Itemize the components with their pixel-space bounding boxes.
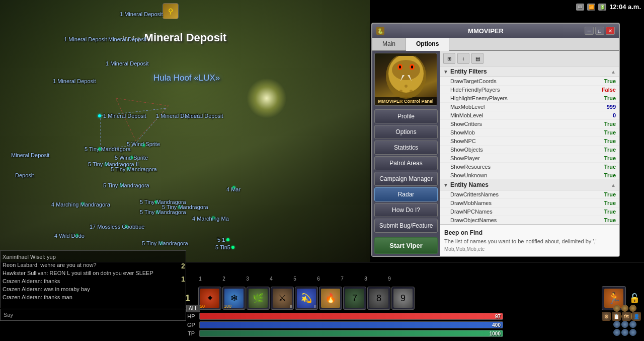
- menu-icon[interactable]: 📋: [612, 312, 621, 321]
- opt-value: False: [591, 87, 616, 93]
- opt-value: 999: [591, 104, 616, 110]
- nav-patrol-btn[interactable]: Patrol Areas: [374, 156, 438, 170]
- option-show-player[interactable]: ShowPlayer True: [440, 154, 619, 163]
- option-show-unknown[interactable]: ShowUnknown True: [440, 171, 619, 180]
- map-label: 5 Tiny Mandragora: [111, 166, 157, 172]
- svg-point-20: [410, 100, 413, 103]
- map-label: 5 Tin5: [215, 244, 230, 250]
- chat-input[interactable]: [15, 312, 183, 318]
- option-show-critters[interactable]: ShowCritters True: [440, 120, 619, 128]
- skill-icon[interactable]: [613, 305, 620, 312]
- skill-icon[interactable]: [621, 329, 628, 336]
- restore-button[interactable]: □: [595, 27, 604, 35]
- slot-icon: ⚔: [273, 289, 292, 308]
- option-draw-mob-names[interactable]: DrawMobNames True: [440, 199, 619, 208]
- player-level-indicator: 1: [185, 293, 195, 304]
- lock-icon[interactable]: 🔓: [629, 293, 640, 304]
- opt-name: MaxMobLevel: [450, 104, 591, 110]
- opt-name: ShowResources: [450, 164, 591, 170]
- minimap-icon[interactable]: ⚲: [163, 3, 179, 19]
- map-label: 5 Tiny Mandragora: [140, 209, 186, 215]
- option-show-npc[interactable]: ShowNPC True: [440, 137, 619, 146]
- entity-names-header[interactable]: ▼ Entity Names ▲: [440, 180, 619, 190]
- gp-bar-container: GP 400: [186, 321, 503, 328]
- start-viper-button[interactable]: Start Viper: [374, 237, 438, 254]
- level-num: 1: [181, 275, 185, 283]
- opt-value: True: [591, 147, 616, 153]
- tab-options[interactable]: Options: [406, 38, 449, 51]
- skill-icon[interactable]: [613, 321, 620, 328]
- skill-icon[interactable]: [613, 329, 620, 336]
- beep-title: Beep on Find: [444, 229, 615, 236]
- opt-value: True: [591, 209, 616, 215]
- all-container: ALL: [186, 305, 200, 312]
- app-logo-icon: 🐍: [376, 27, 384, 35]
- nav-options-btn[interactable]: Options: [374, 125, 438, 139]
- tp-label: TP: [186, 330, 196, 336]
- collapse-icon-right: ▲: [611, 69, 616, 75]
- level-num: 2: [181, 262, 185, 270]
- option-max-mob[interactable]: MaxMobLevel 999: [440, 103, 619, 111]
- skill-icon[interactable]: [629, 321, 636, 328]
- map-label: 17 Mossless Goobbue: [90, 224, 144, 230]
- skill-icon[interactable]: [621, 305, 628, 312]
- opt-name: HighlightEnemyPlayers: [450, 95, 591, 101]
- option-show-objects[interactable]: ShowObjects True: [440, 146, 619, 154]
- option-min-mob[interactable]: MinMobLevel 0: [440, 111, 619, 120]
- opt-value: True: [591, 155, 616, 161]
- svg-point-17: [410, 90, 413, 93]
- option-hide-friendly[interactable]: HideFriendlyPlayers False: [440, 86, 619, 94]
- map-label: Mineral Deposit: [11, 152, 49, 158]
- gp-fill: [200, 322, 503, 328]
- map-label: Deposit: [15, 172, 34, 178]
- nav-radar-btn[interactable]: Radar: [374, 187, 438, 201]
- nav-profile-btn[interactable]: Profile: [374, 109, 438, 123]
- skill-icon[interactable]: [629, 329, 636, 336]
- map-label: 5 Wind Sprite: [127, 141, 160, 147]
- close-button[interactable]: ✕: [606, 27, 615, 35]
- menu-icon[interactable]: ⚙: [602, 312, 611, 321]
- option-highlight-enemy[interactable]: HighlightEnemyPlayers True: [440, 94, 619, 103]
- beep-example: Mob,Mob,Mob,etc: [444, 246, 615, 252]
- option-draw-critters-names[interactable]: DrawCrittersNames True: [440, 190, 619, 199]
- gp-value: 400: [492, 322, 501, 328]
- option-draw-object-names[interactable]: DrawObjectNames True: [440, 216, 619, 224]
- toolbar-grid-btn[interactable]: ⊞: [443, 53, 455, 64]
- option-draw-npc-names[interactable]: DrawNPCNames True: [440, 208, 619, 216]
- deposit-title: Mineral Deposit: [144, 31, 227, 44]
- svg-point-11: [399, 65, 401, 69]
- beep-on-find-section: Beep on Find The list of names you want …: [440, 224, 619, 256]
- tab-main[interactable]: Main: [372, 38, 406, 50]
- opt-name: DrawMobNames: [450, 200, 591, 206]
- collapse-icon-right2: ▲: [611, 182, 616, 188]
- collapse-arrow: ▼: [443, 69, 448, 75]
- nav-bug-btn[interactable]: Submit Bug/Feature: [374, 219, 438, 233]
- toolbar-sort-btn[interactable]: ↕: [457, 53, 469, 64]
- mmoviper-window: 🐍 MMOVIPER ─ □ ✕ Main Options: [371, 23, 620, 257]
- nav-campaign-btn[interactable]: Campaign Manager: [374, 172, 438, 186]
- skill-icon[interactable]: [621, 321, 628, 328]
- map-label: 4 Marching Ma: [192, 216, 229, 222]
- nav-statistics-btn[interactable]: Statistics: [374, 141, 438, 155]
- map-label: 4 Wild Dodo: [54, 233, 85, 239]
- opt-name: DrawCrittersNames: [450, 191, 591, 197]
- entity-filters-header[interactable]: ▼ Entity Filters ▲: [440, 66, 619, 77]
- opt-value: True: [591, 129, 616, 135]
- minimize-button[interactable]: ─: [585, 27, 594, 35]
- skill-icon[interactable]: [629, 305, 636, 312]
- collapse-arrow-names: ▼: [443, 182, 448, 188]
- toolbar-list-btn[interactable]: ▤: [471, 53, 484, 64]
- tp-bar: 1000: [199, 330, 503, 337]
- opt-value: True: [591, 78, 616, 84]
- opt-name: ShowCritters: [450, 121, 591, 127]
- main-menu-icons-row: ⚙ 📋 🗺 👤: [602, 312, 641, 321]
- menu-icon[interactable]: 👤: [632, 312, 641, 321]
- opt-name: HideFriendlyPlayers: [450, 87, 591, 93]
- option-draw-target-coords[interactable]: DrawTargetCoords True: [440, 77, 619, 86]
- opt-value: True: [591, 172, 616, 178]
- option-show-mob[interactable]: ShowMob True: [440, 128, 619, 137]
- option-show-resources[interactable]: ShowResources True: [440, 163, 619, 171]
- map-label: 1 Mineral Deposit: [103, 113, 146, 119]
- nav-howdoi-btn[interactable]: How Do I?: [374, 203, 438, 217]
- menu-icon[interactable]: 🗺: [622, 312, 631, 321]
